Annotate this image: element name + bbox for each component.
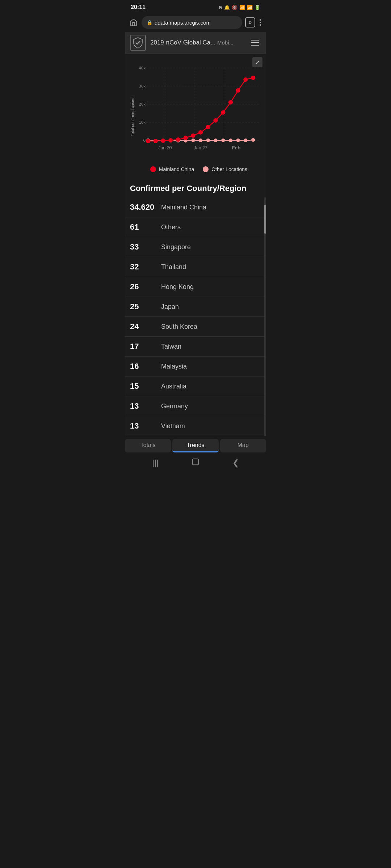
other-dot <box>203 166 209 172</box>
country-name: Taiwan <box>161 343 181 350</box>
do-not-disturb-icon: ⊖ <box>218 5 222 10</box>
scrollbar-track[interactable] <box>264 197 266 436</box>
country-row: 24 South Korea <box>125 316 266 336</box>
country-row: 34.620 Mainland China <box>125 197 266 217</box>
svg-text:Jan 27: Jan 27 <box>194 145 207 150</box>
chart-svg: 40k 30k 20k 10k 0 Jan 20 Jan 27 Feb <box>135 61 262 162</box>
svg-point-45 <box>251 76 255 80</box>
country-name: Mainland China <box>161 204 206 211</box>
svg-point-35 <box>176 137 180 142</box>
country-row: 15 Australia <box>125 376 266 396</box>
legend-mainland: Mainland China <box>150 166 194 172</box>
svg-point-36 <box>184 136 188 140</box>
svg-text:Feb: Feb <box>232 145 241 150</box>
country-count: 34.620 <box>130 203 155 212</box>
tab-totals[interactable]: Totals <box>125 439 171 452</box>
signal-icon: 📶 <box>247 5 253 10</box>
country-count: 61 <box>130 222 155 232</box>
svg-text:Jan 20: Jan 20 <box>158 145 172 150</box>
other-label: Other Locations <box>211 166 247 172</box>
svg-point-25 <box>214 139 217 142</box>
svg-text:20k: 20k <box>139 102 146 106</box>
legend-other: Other Locations <box>203 166 247 172</box>
url-bar[interactable]: 🔒 ddata.maps.arcgis.com <box>142 16 242 29</box>
section-header: Confirmed per Country/Region <box>125 177 266 197</box>
tab-label: D <box>249 20 252 25</box>
country-row: 17 Taiwan <box>125 336 266 356</box>
country-name: Malaysia <box>161 363 187 370</box>
country-row: 25 Japan <box>125 297 266 316</box>
country-count: 13 <box>130 421 155 431</box>
browser-bar: 🔒 ddata.maps.arcgis.com D <box>125 13 266 32</box>
chart-legend: Mainland China Other Locations <box>135 162 262 174</box>
country-count: 24 <box>130 322 155 331</box>
country-count: 16 <box>130 362 155 371</box>
nav-bar: ||| ❮ <box>125 455 266 473</box>
y-axis-label: Total confirmed cases <box>129 61 135 174</box>
svg-text:30k: 30k <box>139 84 146 88</box>
svg-point-39 <box>206 125 210 129</box>
svg-point-34 <box>168 138 173 142</box>
mainland-label: Mainland China <box>159 166 194 172</box>
country-name: South Korea <box>161 323 197 331</box>
svg-point-24 <box>206 139 210 142</box>
svg-point-43 <box>236 88 240 93</box>
chart-container: ⤢ Total confirmed cases 40k 3 <box>125 54 266 177</box>
country-name: Australia <box>161 383 186 390</box>
back-button[interactable]: ❮ <box>232 458 239 468</box>
recent-apps-button[interactable]: ||| <box>152 458 158 468</box>
country-row: 13 Vietnam <box>125 416 266 436</box>
battery-icon: 🔋 <box>255 5 260 10</box>
country-name: Hong Kong <box>161 283 194 291</box>
status-time: 20:11 <box>131 4 146 10</box>
svg-point-44 <box>243 77 248 82</box>
alarm-icon: 🔔 <box>224 5 230 10</box>
svg-point-30 <box>251 138 255 142</box>
country-list: 34.620 Mainland China 61 Others 33 Singa… <box>125 197 266 436</box>
svg-point-33 <box>161 139 165 143</box>
country-count: 17 <box>130 342 155 351</box>
scrollbar-thumb[interactable] <box>264 205 266 234</box>
country-count: 25 <box>130 302 155 311</box>
app-subtitle: Mobi... <box>217 39 234 46</box>
country-name: Others <box>161 224 181 231</box>
country-row: 61 Others <box>125 217 266 237</box>
app-logo <box>130 35 146 51</box>
country-count: 32 <box>130 262 155 272</box>
svg-point-27 <box>229 139 232 142</box>
svg-text:0: 0 <box>143 138 146 142</box>
mainland-dot <box>150 166 156 172</box>
country-count: 26 <box>130 282 155 292</box>
browser-menu-button[interactable] <box>258 18 262 27</box>
country-row: 13 Germany <box>125 396 266 416</box>
home-button[interactable] <box>192 458 199 468</box>
wifi-icon: 📶 <box>239 5 245 10</box>
svg-text:10k: 10k <box>139 120 146 124</box>
svg-point-28 <box>236 139 240 142</box>
status-bar: 20:11 ⊖ 🔔 🔇 📶 📶 🔋 <box>125 0 266 13</box>
svg-rect-46 <box>192 459 198 465</box>
svg-text:40k: 40k <box>139 66 146 70</box>
svg-point-40 <box>213 118 218 123</box>
tab-trends[interactable]: Trends <box>172 439 218 452</box>
status-icons: ⊖ 🔔 🔇 📶 📶 🔋 <box>218 5 260 10</box>
svg-point-26 <box>221 139 225 142</box>
country-count: 13 <box>130 401 155 411</box>
browser-tab-button[interactable]: D <box>245 17 255 27</box>
svg-point-22 <box>191 139 195 142</box>
country-row: 16 Malaysia <box>125 356 266 376</box>
svg-point-37 <box>191 133 195 138</box>
url-text: ddata.maps.arcgis.com <box>155 20 211 26</box>
country-name: Germany <box>161 403 188 410</box>
country-row: 33 Singapore <box>125 237 266 257</box>
tab-map[interactable]: Map <box>220 439 266 452</box>
country-row: 32 Thailand <box>125 257 266 277</box>
hamburger-menu-button[interactable] <box>249 38 261 48</box>
country-name: Japan <box>161 303 179 311</box>
browser-home-button[interactable] <box>129 17 139 27</box>
app-header: 2019-nCoV Global Ca... Mobi... <box>125 32 266 54</box>
bottom-tabs: Totals Trends Map <box>125 436 266 455</box>
app-title: 2019-nCoV Global Ca... <box>150 39 216 46</box>
svg-point-23 <box>199 139 202 142</box>
svg-point-41 <box>221 110 225 115</box>
